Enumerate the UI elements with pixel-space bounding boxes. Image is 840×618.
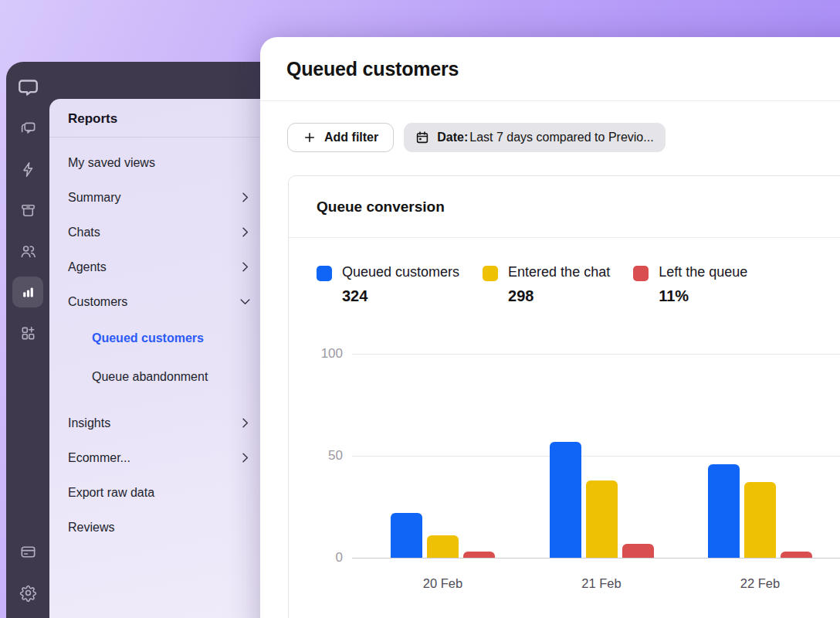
chevron-right	[239, 451, 252, 464]
bar-queued-customers	[550, 442, 581, 558]
rail-item-engage[interactable]	[12, 154, 43, 185]
sidebar-item-agents[interactable]: Agents	[49, 250, 262, 284]
sidebar-item-queue-abandonment[interactable]: Queue abandonment	[49, 358, 262, 396]
date-filter-chip[interactable]: Date:Last 7 days compared to Previo...	[404, 123, 665, 152]
chevron-right-icon	[239, 260, 252, 273]
legend-swatch	[483, 266, 498, 281]
sidebar-item-queued-customers[interactable]: Queued customers	[49, 319, 262, 358]
bar-chart: 05010020 Feb21 Feb22 Feb	[317, 354, 840, 616]
bar-queued-customers	[708, 464, 740, 558]
bar-group-22-feb	[708, 464, 812, 558]
filter-row: Add filter Date:Last 7 days compared to …	[260, 101, 840, 152]
legend-value: 11%	[659, 287, 747, 305]
bar-left-the-queue	[781, 552, 812, 558]
chevron-right	[239, 416, 252, 430]
add-filter-label: Add filter	[324, 131, 378, 144]
sidebar-item-label: Ecommer...	[68, 451, 130, 465]
legend-item: Queued customers324	[317, 264, 459, 305]
date-filter-value: Last 7 days compared to Previo...	[469, 131, 653, 144]
x-tick-label: 22 Feb	[708, 576, 812, 591]
sidebar-title: Reports	[68, 111, 244, 127]
legend-text: Entered the chat298	[508, 264, 610, 305]
legend-text: Queued customers324	[342, 264, 459, 305]
calendar-icon	[415, 131, 429, 144]
sidebar-item-summary[interactable]: Summary	[49, 180, 262, 215]
x-axis-line	[352, 558, 840, 559]
chevron-right-icon	[239, 416, 252, 430]
queue-conversion-card: Queue conversion Queued customers324Ente…	[288, 175, 840, 618]
chevron-down	[239, 295, 252, 308]
rail-item-settings[interactable]	[12, 577, 43, 608]
sidebar-item-chats[interactable]: Chats	[49, 215, 262, 250]
plus-icon	[303, 131, 317, 144]
bar-queued-customers	[391, 513, 422, 558]
y-tick-label: 50	[317, 448, 343, 464]
sidebar-item-label: Export raw data	[68, 486, 154, 500]
chats-icon	[19, 120, 37, 138]
main-panel: Queued customers Add filter Date:Last 7 …	[260, 37, 840, 618]
sidebar-item-label: My saved views	[68, 156, 155, 170]
sidebar-item-label: Agents	[68, 260, 107, 274]
card-title: Queue conversion	[317, 199, 445, 216]
chevron-right-icon	[239, 226, 252, 239]
sidebar-header: Reports	[49, 99, 262, 138]
plot-area: 20 Feb21 Feb22 Feb	[352, 354, 840, 558]
add-filter-button[interactable]: Add filter	[287, 123, 394, 152]
chevron-right-icon	[239, 451, 252, 464]
sidebar-item-export-raw-data[interactable]: Export raw data	[49, 475, 262, 510]
sidebar-item-reviews[interactable]: Reviews	[49, 510, 262, 545]
bar-group-20-feb	[391, 513, 495, 558]
legend-value: 324	[342, 287, 459, 305]
page-header: Queued customers	[260, 37, 840, 101]
legend-text: Left the queue11%	[659, 264, 747, 305]
legend-swatch	[633, 266, 649, 281]
settings-icon	[19, 584, 37, 602]
sidebar-item-my-saved-views[interactable]: My saved views	[49, 145, 262, 180]
livechat-logo	[12, 71, 44, 104]
rail-items	[12, 113, 43, 358]
rail-item-archives[interactable]	[12, 195, 43, 226]
date-filter-prefix: Date:	[437, 131, 468, 144]
team-icon	[19, 243, 37, 260]
sidebar-item-label: Summary	[68, 191, 120, 205]
reports-sidebar: Reports My saved viewsSummaryChatsAgents…	[49, 99, 262, 618]
sidebar-item-label: Queued customers	[92, 331, 204, 345]
chevron-right	[239, 191, 252, 204]
rail-item-reports[interactable]	[12, 277, 43, 307]
sidebar-nav: My saved viewsSummaryChatsAgentsCustomer…	[49, 138, 262, 545]
date-filter-text: Date:Last 7 days compared to Previo...	[437, 131, 653, 144]
reports-icon	[19, 284, 37, 301]
sidebar-item-insights[interactable]: Insights	[49, 406, 262, 440]
rail-bottom-items	[12, 536, 43, 618]
rail-item-billing[interactable]	[12, 536, 43, 567]
x-tick-label: 20 Feb	[391, 576, 495, 591]
sidebar-item-ecommer[interactable]: Ecommer...	[49, 440, 262, 475]
card-header: Queue conversion	[289, 176, 840, 238]
rail-item-apps[interactable]	[12, 317, 43, 348]
chevron-down-icon	[239, 295, 252, 308]
legend-value: 298	[508, 287, 610, 305]
bar-entered-the-chat	[427, 535, 459, 558]
rail-item-team[interactable]	[12, 236, 43, 267]
sidebar-item-customers[interactable]: Customers	[49, 284, 262, 319]
rail-item-chats[interactable]	[12, 113, 43, 144]
sidebar-item-label: Reviews	[68, 521, 114, 535]
bar-left-the-queue	[463, 552, 495, 558]
chart-legend: Queued customers324Entered the chat298Le…	[289, 238, 840, 305]
apps-icon	[19, 324, 37, 342]
archive-icon	[19, 202, 37, 219]
bar-left-the-queue	[622, 544, 654, 558]
lightning-icon	[19, 161, 37, 178]
livechat-logo	[18, 77, 39, 98]
bar-entered-the-chat	[744, 482, 776, 558]
y-tick-label: 0	[317, 550, 343, 565]
sidebar-item-label: Insights	[68, 416, 110, 430]
billing-icon	[19, 543, 37, 561]
page-title: Queued customers	[286, 58, 459, 80]
legend-label: Entered the chat	[508, 264, 610, 280]
legend-label: Left the queue	[659, 264, 747, 280]
sidebar-item-label: Customers	[68, 295, 127, 309]
primary-rail	[6, 62, 49, 618]
legend-swatch	[317, 266, 332, 281]
chevron-right	[239, 260, 252, 273]
